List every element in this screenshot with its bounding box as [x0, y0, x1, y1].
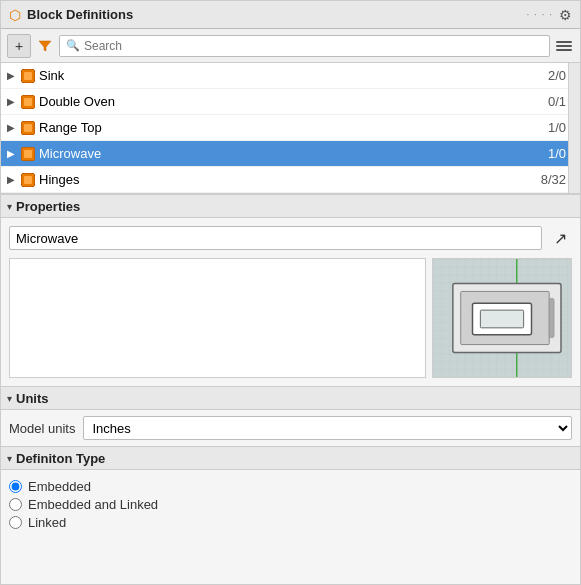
- microwave-preview-svg: [433, 259, 571, 377]
- tree-item-arrow: ▶: [7, 122, 21, 133]
- deftype-radio-label: Embedded and Linked: [28, 497, 158, 512]
- tree-item-count: 8/32: [541, 172, 566, 187]
- tree-item-count: 1/0: [548, 146, 566, 161]
- panel-header: ⬡ Block Definitions · · · · ⚙: [1, 1, 580, 29]
- tree-item-name: Sink: [39, 68, 548, 83]
- tree-item-arrow: ▶: [7, 148, 21, 159]
- deftype-collapse-arrow: ▾: [7, 453, 12, 464]
- search-box[interactable]: 🔍: [59, 35, 550, 57]
- tree-item[interactable]: ▶ Double Oven 0/1: [1, 89, 580, 115]
- tree-item[interactable]: ▶ Hinges 8/32: [1, 167, 580, 193]
- preview-row: [9, 258, 572, 378]
- deftype-radio-label: Embedded: [28, 479, 91, 494]
- units-collapse-arrow: ▾: [7, 393, 12, 404]
- block-icon-wrap: [21, 94, 35, 109]
- properties-section-header[interactable]: ▾ Properties: [1, 194, 580, 218]
- units-section-title: Units: [16, 391, 49, 406]
- tree-item-arrow: ▶: [7, 96, 21, 107]
- add-button[interactable]: +: [7, 34, 31, 58]
- block-icon: [21, 121, 35, 135]
- panel-header-icon: ⬡: [9, 7, 21, 23]
- tree-item-arrow: ▶: [7, 174, 21, 185]
- tree-item-name: Range Top: [39, 120, 548, 135]
- block-icon: [21, 173, 35, 187]
- menu-line-1: [556, 41, 572, 43]
- units-section: Model units InchesFeetMillimetersCentime…: [1, 410, 580, 446]
- block-icon-wrap: [21, 172, 35, 187]
- settings-icon[interactable]: ⚙: [559, 7, 572, 23]
- block-icon: [21, 95, 35, 109]
- search-icon: 🔍: [66, 39, 80, 52]
- tree-item-arrow: ▶: [7, 70, 21, 81]
- tree-item[interactable]: ▶ Microwave 1/0: [1, 141, 580, 167]
- block-icon-inner: [24, 124, 32, 132]
- deftype-radio-row: Linked: [9, 515, 572, 530]
- tree-area: ▶ Sink 2/0 ▶ Double Oven 0/1 ▶ Range Top…: [1, 63, 580, 194]
- panel-title: Block Definitions: [27, 7, 521, 22]
- deftype-radio-0[interactable]: [9, 480, 22, 493]
- tree-item-name: Hinges: [39, 172, 541, 187]
- svg-rect-6: [480, 310, 523, 328]
- block-icon: [21, 147, 35, 161]
- preview-text-area: [9, 258, 426, 378]
- tree-item-name: Microwave: [39, 146, 548, 161]
- units-row: Model units InchesFeetMillimetersCentime…: [9, 416, 572, 440]
- svg-rect-7: [549, 298, 554, 337]
- tree-item-count: 1/0: [548, 120, 566, 135]
- block-definitions-panel: ⬡ Block Definitions · · · · ⚙ + 🔍 ▶: [0, 0, 581, 585]
- deftype-radio-label: Linked: [28, 515, 66, 530]
- block-icon: [21, 69, 35, 83]
- block-icon-inner: [24, 150, 32, 158]
- deftype-section-title: Definiton Type: [16, 451, 105, 466]
- deftype-radio-1[interactable]: [9, 498, 22, 511]
- tree-item[interactable]: ▶ Sink 2/0: [1, 63, 580, 89]
- tree-item-count: 0/1: [548, 94, 566, 109]
- menu-button[interactable]: [554, 36, 574, 56]
- block-icon-wrap: [21, 120, 35, 135]
- block-icon-inner: [24, 72, 32, 80]
- block-icon-wrap: [21, 146, 35, 161]
- deftype-section: Embedded Embedded and Linked Linked: [1, 470, 580, 539]
- expand-button[interactable]: ↗: [548, 226, 572, 250]
- units-section-header[interactable]: ▾ Units: [1, 386, 580, 410]
- properties-section: ↗: [1, 218, 580, 386]
- menu-line-2: [556, 45, 572, 47]
- block-name-input[interactable]: [9, 226, 542, 250]
- tree-item[interactable]: ▶ Range Top 1/0: [1, 115, 580, 141]
- filter-icon[interactable]: [35, 36, 55, 56]
- block-icon-wrap: [21, 68, 35, 83]
- preview-image: [432, 258, 572, 378]
- drag-handle: · · · ·: [527, 9, 553, 20]
- deftype-radio-row: Embedded: [9, 479, 572, 494]
- search-input[interactable]: [84, 39, 543, 53]
- tree-item-name: Double Oven: [39, 94, 548, 109]
- units-select[interactable]: InchesFeetMillimetersCentimetersMeters: [83, 416, 572, 440]
- properties-collapse-arrow: ▾: [7, 201, 12, 212]
- scrollbar[interactable]: [568, 63, 580, 193]
- deftype-radio-2[interactable]: [9, 516, 22, 529]
- block-icon-inner: [24, 176, 32, 184]
- menu-line-3: [556, 49, 572, 51]
- deftype-radio-row: Embedded and Linked: [9, 497, 572, 512]
- tree-item-count: 2/0: [548, 68, 566, 83]
- properties-section-title: Properties: [16, 199, 80, 214]
- property-name-row: ↗: [9, 226, 572, 250]
- toolbar: + 🔍: [1, 29, 580, 63]
- model-units-label: Model units: [9, 421, 75, 436]
- deftype-section-header[interactable]: ▾ Definiton Type: [1, 446, 580, 470]
- block-icon-inner: [24, 98, 32, 106]
